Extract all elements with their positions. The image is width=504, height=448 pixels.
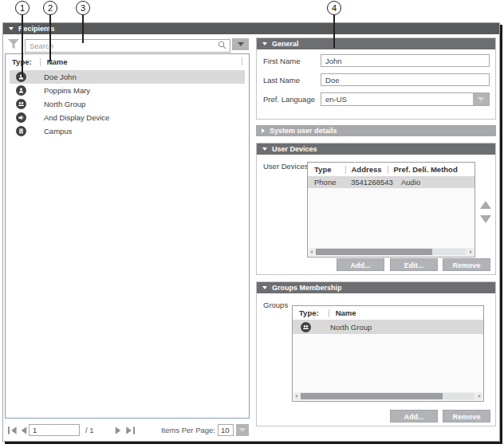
speaker-icon	[16, 112, 26, 123]
chevron-down-icon	[478, 97, 484, 101]
list-item-doe-john[interactable]: Doe John	[10, 70, 245, 84]
first-page-icon[interactable]	[7, 426, 18, 435]
callout-1: 1	[15, 1, 30, 15]
devices-remove-button[interactable]: Remove	[443, 258, 490, 271]
collapse-arrow-icon	[9, 27, 14, 30]
column-separator	[345, 166, 346, 174]
next-page-icon[interactable]	[113, 426, 124, 435]
user-devices-table: Type Address Pref. Deli. Method Phone 35…	[307, 162, 475, 257]
groups-membership-title: Groups Membership	[272, 284, 342, 292]
recipients-list-header[interactable]: Type: Name	[6, 54, 249, 67]
groups-remove-button[interactable]: Remove	[443, 410, 490, 422]
last-page-icon[interactable]	[125, 426, 136, 435]
scrollbar-thumb[interactable]	[316, 249, 432, 255]
column-type[interactable]: Type	[314, 165, 331, 174]
devices-edit-button[interactable]: Edit...	[390, 258, 438, 271]
recipient-name: And Display Device	[44, 113, 109, 122]
page-number-input[interactable]	[29, 424, 80, 436]
scroll-right-icon[interactable]	[470, 250, 472, 253]
user-devices-label: User Devices	[263, 162, 309, 171]
user-devices-table-header[interactable]: Type Address Pref. Deli. Method	[308, 163, 474, 176]
callout-line-1	[22, 14, 23, 77]
screenshot-root: 1 2 3 4 Recipients	[0, 0, 504, 448]
scroll-right-icon[interactable]	[478, 395, 481, 398]
search-options-dropdown[interactable]	[232, 38, 249, 50]
first-name-field[interactable]	[321, 54, 490, 67]
list-item-and-display-device[interactable]: And Display Device	[10, 111, 245, 124]
pref-language-label: Pref. Language	[263, 95, 315, 104]
callout-4-number: 4	[332, 3, 337, 13]
group-icon	[16, 99, 26, 109]
list-item-campus[interactable]: Campus	[10, 124, 245, 138]
recipients-list: Type: Name Doe John	[5, 53, 250, 419]
system-user-details-section: System user details	[256, 125, 496, 136]
devices-add-button[interactable]: Add...	[337, 258, 384, 271]
recipient-name: Campus	[44, 127, 72, 136]
items-per-page-value[interactable]: 10	[218, 424, 234, 436]
column-separator	[329, 309, 329, 317]
horizontal-scrollbar[interactable]	[293, 392, 482, 400]
move-up-icon[interactable]	[480, 201, 491, 209]
details-panel: General First Name Last Name Pref. Langu…	[253, 34, 499, 441]
groups-add-button[interactable]: Add...	[390, 410, 438, 422]
chevron-down-icon	[238, 42, 244, 46]
user-devices-section-header[interactable]: User Devices	[257, 143, 495, 155]
pref-language-dropdown-button[interactable]	[473, 93, 489, 105]
column-type[interactable]: Type:	[299, 308, 319, 317]
pref-language-select[interactable]: en-US	[321, 92, 490, 106]
last-name-field[interactable]	[321, 73, 490, 86]
recipients-list-panel: Type: Name Doe John	[3, 34, 253, 441]
groups-label: Groups	[263, 301, 288, 309]
callout-4: 4	[327, 1, 341, 15]
user-devices-title: User Devices	[272, 145, 317, 153]
system-user-details-title: System user details	[270, 127, 337, 135]
items-per-page-dropdown[interactable]	[236, 424, 249, 436]
search-box	[25, 37, 230, 51]
list-item-north-group[interactable]: North Group	[10, 97, 245, 111]
column-separator	[40, 58, 41, 66]
scroll-left-icon[interactable]	[295, 395, 297, 398]
callout-line-2	[49, 14, 51, 61]
search-input[interactable]	[25, 39, 230, 53]
column-name[interactable]: Name	[336, 308, 356, 317]
general-section-header[interactable]: General	[257, 38, 495, 49]
column-separator	[242, 57, 242, 65]
pref-language-value: en-US	[325, 95, 347, 104]
items-per-page-label: Items Per Page:	[161, 426, 215, 434]
recipient-name: North Group	[44, 100, 85, 108]
search-icon[interactable]	[217, 39, 227, 53]
callout-line-4	[333, 14, 335, 48]
person-icon	[16, 85, 26, 96]
system-user-details-header[interactable]: System user details	[256, 125, 496, 136]
scroll-left-icon[interactable]	[310, 250, 313, 253]
groups-table-header[interactable]: Type: Name	[293, 306, 483, 320]
page-count-label: / 1	[85, 426, 94, 434]
group-row-north-group[interactable]: North Group	[293, 320, 483, 334]
general-section: General First Name Last Name Pref. Langu…	[256, 37, 496, 120]
callout-2-number: 2	[48, 3, 53, 13]
column-method[interactable]: Pref. Deli. Method	[393, 165, 457, 174]
general-title: General	[272, 40, 299, 48]
move-down-icon[interactable]	[480, 215, 491, 223]
callout-3: 3	[76, 1, 90, 15]
device-row-phone[interactable]: Phone 3541268543 Audio	[308, 176, 474, 188]
scrollbar-track[interactable]	[432, 249, 466, 255]
callout-1-number: 1	[20, 3, 25, 13]
device-method: Audio	[401, 178, 420, 187]
groups-membership-section: Groups Membership Groups Type: Name	[256, 281, 496, 426]
list-item-poppins-mary[interactable]: Poppins Mary	[10, 84, 245, 97]
expand-arrow-icon	[262, 128, 265, 133]
groups-membership-section-header[interactable]: Groups Membership	[257, 282, 495, 293]
previous-page-icon[interactable]	[18, 426, 29, 435]
device-address: 3541268543	[351, 178, 401, 187]
horizontal-scrollbar[interactable]	[309, 248, 474, 256]
column-address[interactable]: Address	[351, 165, 381, 174]
collapse-arrow-icon	[262, 147, 267, 151]
scrollbar-thumb[interactable]	[301, 393, 443, 399]
recipient-name: Doe John	[44, 73, 77, 81]
callout-2: 2	[43, 1, 57, 15]
recipients-panel-header[interactable]: Recipients	[3, 23, 499, 34]
scrollbar-track[interactable]	[443, 393, 474, 399]
collapse-arrow-icon	[262, 286, 267, 289]
filter-icon[interactable]	[6, 37, 21, 51]
